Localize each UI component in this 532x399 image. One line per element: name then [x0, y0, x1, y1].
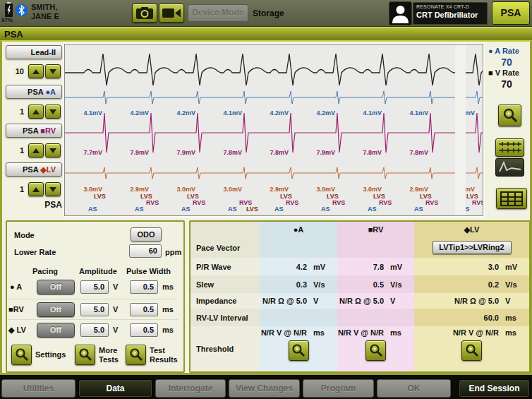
lv-amplitude-label: 3.0mV: [176, 186, 195, 193]
rv-pacing-toggle[interactable]: Off: [37, 302, 75, 317]
rv-square-icon: ■: [8, 305, 13, 314]
pr-wave-rv: 7.8mV: [337, 258, 414, 275]
lv-pace-vector-button[interactable]: LVTip1>>LVRing2: [433, 241, 512, 254]
lv-gain-up-button[interactable]: [28, 182, 44, 196]
mode-label: Mode: [14, 231, 35, 239]
lv-amplitude-label: 2.9mV: [130, 186, 149, 193]
settings-button[interactable]: [11, 345, 32, 365]
a-pacing-toggle[interactable]: Off: [37, 280, 75, 294]
a-pulse-width-value[interactable]: 0.5: [130, 280, 158, 294]
r-wave-amplitude-label: 7.9mV: [316, 149, 335, 156]
snapshot-button[interactable]: [132, 4, 157, 23]
trace-path: [65, 91, 483, 104]
lv-pulse-width-value[interactable]: 0.5: [130, 323, 158, 337]
lv-threshold-test-button[interactable]: [461, 340, 482, 361]
end-session-button[interactable]: End Session: [459, 379, 530, 398]
chevron-up-icon: [32, 148, 40, 153]
psa-app-button[interactable]: PSA: [492, 1, 530, 25]
page-title: PSA: [0, 27, 532, 40]
patient-name: SMITH, JANE E: [31, 3, 59, 21]
column-header-a: ●A: [260, 222, 337, 237]
trace-path: [65, 167, 483, 179]
a-bullet-icon: ●: [294, 225, 298, 234]
lv-diamond-icon: ◆: [8, 326, 14, 334]
interrogate-button[interactable]: Interrogate: [155, 379, 226, 398]
magnifier-plus-icon: [464, 343, 480, 359]
lead-gain-up-button[interactable]: [28, 64, 44, 78]
slew-rv: 0.5V/s: [337, 275, 414, 293]
data-button[interactable]: Data: [78, 379, 152, 398]
p-wave-amplitude-label: 4.2mV: [130, 109, 149, 117]
row-divider: [8, 299, 178, 299]
rvs-marker: RVS: [286, 199, 298, 206]
lv-amplitude-value[interactable]: 5.0: [80, 323, 109, 337]
patient-icon[interactable]: [389, 1, 412, 25]
a-gain-up-button[interactable]: [28, 105, 44, 119]
view-changes-button[interactable]: View Changes: [229, 379, 300, 398]
utilities-button[interactable]: Utilities: [1, 379, 75, 398]
camera-icon: [136, 7, 153, 19]
trace-path: [65, 54, 483, 85]
pace-vector-a: [260, 237, 337, 258]
lv-amplitude-label: 3.0mV: [83, 186, 102, 193]
measurements-table-button[interactable]: [496, 188, 527, 209]
trace-path: [65, 113, 483, 153]
rvs-marker: RVS: [332, 199, 345, 206]
rv-amplitude-unit: V: [113, 305, 118, 314]
ecg-trace-panel: 4.1mV4.2mV4.2mV4.1mV4.2mV4.2mV4.1mV4.1mV…: [64, 44, 483, 216]
sweep-cursor-gap: [455, 44, 466, 215]
rv-gain-down-button[interactable]: [45, 143, 61, 157]
chevron-down-icon: [49, 148, 56, 153]
egm-detail-button[interactable]: [495, 158, 524, 177]
calipers-button[interactable]: [495, 138, 524, 157]
psa-lv-channel-button[interactable]: PSA ◆LV: [6, 162, 62, 177]
chevron-down-icon: [49, 69, 56, 74]
rv-square-icon: ■: [368, 225, 373, 234]
rv-threshold-test-button[interactable]: [365, 340, 386, 361]
a-amplitude-value[interactable]: 5.0: [80, 280, 109, 294]
lv-amplitude-label: 3.0mV: [363, 186, 382, 193]
a-gain-down-button[interactable]: [45, 105, 61, 119]
lead-gain-down-button[interactable]: [45, 64, 61, 78]
lvs-marker: LVS: [94, 193, 106, 200]
as-marker: AS: [88, 206, 97, 213]
test-results-button[interactable]: [126, 345, 146, 365]
more-tests-button[interactable]: [75, 345, 95, 365]
device-mode-button[interactable]: Device Mode: [188, 4, 248, 22]
table-corner: [191, 222, 260, 237]
amplitude-column-header: Amplitude: [79, 267, 117, 275]
program-button[interactable]: Program: [303, 379, 374, 398]
trace-zoom-button[interactable]: [498, 105, 521, 126]
lv-gain-down-button[interactable]: [45, 182, 61, 196]
lv-pacing-toggle[interactable]: Off: [37, 323, 75, 338]
lv-amplitude-label: 3.0mV: [223, 186, 242, 193]
impedance-lv: N/R Ω @ 5.0V: [414, 293, 529, 309]
lower-rate-value[interactable]: 60: [129, 244, 162, 258]
psa-a-channel-button[interactable]: PSA ●A: [6, 85, 62, 99]
v-rate-label: ■ V Rate: [488, 69, 519, 77]
pace-vector-rv: [337, 237, 414, 258]
a-bullet-icon: ●: [10, 282, 15, 291]
rv-row-label: ■RV: [8, 305, 24, 314]
psa-results-table: ●A ■RV ◆LV Pace Vector LVTip1>>LVRing2 P…: [189, 220, 531, 373]
a-threshold-test-button[interactable]: [289, 340, 309, 361]
lv-diamond-icon: ◆: [40, 165, 46, 174]
pace-vector-label: Pace Vector: [191, 237, 260, 258]
pr-wave-a: 4.2mV: [260, 258, 337, 275]
ok-button[interactable]: OK: [377, 379, 451, 398]
psa-rv-channel-button[interactable]: PSA ■RV: [6, 124, 62, 138]
rv-amplitude-value[interactable]: 5.0: [80, 303, 109, 316]
surface-lead-button[interactable]: Lead-II: [6, 45, 62, 59]
r-wave-amplitude-label: 7.9mV: [130, 149, 149, 156]
rv-pulse-width-value[interactable]: 0.5: [130, 303, 158, 316]
as-marker: AS: [135, 206, 144, 213]
magnifier-plus-icon: [368, 343, 384, 359]
rv-gain-up-button[interactable]: [28, 143, 44, 157]
impedance-label: Impedance: [191, 293, 260, 309]
column-header-lv: ◆LV: [414, 222, 529, 237]
record-button[interactable]: [159, 4, 184, 23]
r-wave-amplitude-label: 7.7mV: [83, 149, 102, 156]
mode-value-button[interactable]: ODO: [131, 227, 162, 242]
lower-rate-label: Lower Rate: [14, 248, 56, 256]
rvlv-interval-a: [260, 309, 337, 326]
